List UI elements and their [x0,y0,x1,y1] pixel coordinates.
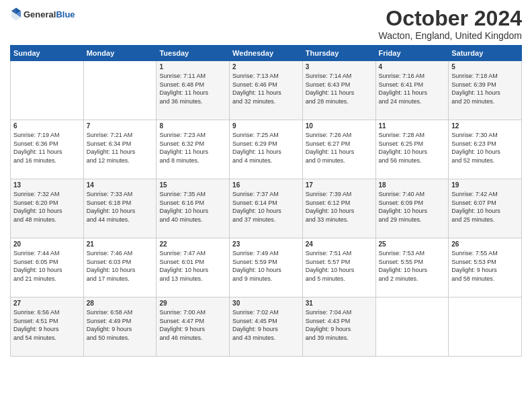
week-row-2: 6Sunrise: 7:19 AM Sunset: 6:36 PM Daylig… [11,120,522,179]
day-number: 21 [87,240,154,248]
day-content: Sunrise: 7:42 AM Sunset: 6:07 PM Dayligh… [451,190,519,224]
day-number: 29 [159,300,226,307]
day-content: Sunrise: 7:23 AM Sunset: 6:32 PM Dayligh… [159,131,226,165]
day-content: Sunrise: 7:40 AM Sunset: 6:09 PM Dayligh… [379,190,446,224]
calendar-cell: 10Sunrise: 7:26 AM Sunset: 6:27 PM Dayli… [302,120,375,179]
weekday-header-friday: Friday [375,46,449,61]
day-content: Sunrise: 7:51 AM Sunset: 5:57 PM Dayligh… [306,249,373,283]
day-number: 15 [159,181,226,189]
day-content: Sunrise: 7:49 AM Sunset: 5:59 PM Dayligh… [232,249,300,283]
day-number: 11 [379,122,446,130]
calendar-table: SundayMondayTuesdayWednesdayThursdayFrid… [10,45,522,357]
day-number: 25 [379,240,446,248]
calendar-cell: 28Sunrise: 6:58 AM Sunset: 4:49 PM Dayli… [83,298,157,357]
calendar-cell: 16Sunrise: 7:37 AM Sunset: 6:14 PM Dayli… [230,179,303,238]
day-content: Sunrise: 7:53 AM Sunset: 5:55 PM Dayligh… [379,249,446,283]
day-number: 4 [379,63,446,71]
week-row-4: 20Sunrise: 7:44 AM Sunset: 6:05 PM Dayli… [11,238,522,298]
day-number: 31 [306,300,373,307]
calendar-cell: 8Sunrise: 7:23 AM Sunset: 6:32 PM Daylig… [157,120,230,179]
day-content: Sunrise: 7:35 AM Sunset: 6:16 PM Dayligh… [159,190,226,224]
calendar-page: GeneralBlue October 2024 Wacton, England… [0,0,532,411]
month-title: October 2024 [379,7,523,30]
day-number: 30 [232,300,300,307]
logo-icon [10,7,22,21]
day-number: 22 [159,240,226,248]
calendar-cell: 27Sunrise: 6:56 AM Sunset: 4:51 PM Dayli… [11,298,84,357]
weekday-header-saturday: Saturday [449,46,522,61]
day-number: 17 [306,181,373,189]
calendar-cell: 9Sunrise: 7:25 AM Sunset: 6:29 PM Daylig… [230,120,303,179]
day-content: Sunrise: 7:16 AM Sunset: 6:41 PM Dayligh… [379,72,446,105]
header: GeneralBlue October 2024 Wacton, England… [10,7,522,41]
calendar-cell: 11Sunrise: 7:28 AM Sunset: 6:25 PM Dayli… [375,120,449,179]
week-row-3: 13Sunrise: 7:32 AM Sunset: 6:20 PM Dayli… [11,179,522,238]
calendar-cell [11,61,84,120]
calendar-cell: 6Sunrise: 7:19 AM Sunset: 6:36 PM Daylig… [11,120,84,179]
day-number: 2 [232,63,300,71]
week-row-5: 27Sunrise: 6:56 AM Sunset: 4:51 PM Dayli… [11,298,522,357]
day-number: 6 [13,122,81,130]
day-number: 13 [13,181,81,189]
weekday-header-wednesday: Wednesday [230,46,303,61]
calendar-cell: 14Sunrise: 7:33 AM Sunset: 6:18 PM Dayli… [83,179,157,238]
day-content: Sunrise: 7:04 AM Sunset: 4:43 PM Dayligh… [306,308,373,342]
day-content: Sunrise: 7:33 AM Sunset: 6:18 PM Dayligh… [87,190,154,224]
calendar-cell: 29Sunrise: 7:00 AM Sunset: 4:47 PM Dayli… [157,298,230,357]
calendar-cell: 20Sunrise: 7:44 AM Sunset: 6:05 PM Dayli… [11,238,84,298]
day-content: Sunrise: 6:56 AM Sunset: 4:51 PM Dayligh… [13,308,81,342]
calendar-cell: 19Sunrise: 7:42 AM Sunset: 6:07 PM Dayli… [449,179,522,238]
weekday-header-tuesday: Tuesday [157,46,230,61]
calendar-cell: 18Sunrise: 7:40 AM Sunset: 6:09 PM Dayli… [375,179,449,238]
day-number: 28 [87,300,154,307]
weekday-header-sunday: Sunday [11,46,84,61]
calendar-cell: 13Sunrise: 7:32 AM Sunset: 6:20 PM Dayli… [11,179,84,238]
day-content: Sunrise: 7:39 AM Sunset: 6:12 PM Dayligh… [306,190,373,224]
weekday-header-thursday: Thursday [302,46,375,61]
day-content: Sunrise: 7:13 AM Sunset: 6:46 PM Dayligh… [232,72,300,105]
day-number: 18 [379,181,446,189]
day-content: Sunrise: 7:30 AM Sunset: 6:23 PM Dayligh… [451,131,519,165]
day-number: 12 [451,122,519,130]
calendar-cell: 17Sunrise: 7:39 AM Sunset: 6:12 PM Dayli… [302,179,375,238]
calendar-cell: 23Sunrise: 7:49 AM Sunset: 5:59 PM Dayli… [230,238,303,298]
calendar-cell: 7Sunrise: 7:21 AM Sunset: 6:34 PM Daylig… [83,120,157,179]
day-content: Sunrise: 7:32 AM Sunset: 6:20 PM Dayligh… [13,190,81,224]
day-number: 9 [232,122,300,130]
day-content: Sunrise: 7:21 AM Sunset: 6:34 PM Dayligh… [87,131,154,165]
calendar-cell: 15Sunrise: 7:35 AM Sunset: 6:16 PM Dayli… [157,179,230,238]
calendar-cell: 4Sunrise: 7:16 AM Sunset: 6:41 PM Daylig… [375,61,449,120]
day-content: Sunrise: 7:19 AM Sunset: 6:36 PM Dayligh… [13,131,81,165]
logo-text: GeneralBlue [24,9,75,19]
day-number: 14 [87,181,154,189]
calendar-cell: 26Sunrise: 7:55 AM Sunset: 5:53 PM Dayli… [449,238,522,298]
logo: GeneralBlue [10,7,75,21]
day-content: Sunrise: 7:37 AM Sunset: 6:14 PM Dayligh… [232,190,300,224]
title-block: October 2024 Wacton, England, United Kin… [379,7,523,41]
day-content: Sunrise: 7:46 AM Sunset: 6:03 PM Dayligh… [87,249,154,283]
day-content: Sunrise: 7:11 AM Sunset: 6:48 PM Dayligh… [159,72,226,105]
day-content: Sunrise: 7:00 AM Sunset: 4:47 PM Dayligh… [159,308,226,342]
location: Wacton, England, United Kingdom [379,30,523,41]
calendar-cell: 12Sunrise: 7:30 AM Sunset: 6:23 PM Dayli… [449,120,522,179]
day-content: Sunrise: 7:44 AM Sunset: 6:05 PM Dayligh… [13,249,81,283]
day-number: 27 [13,300,81,307]
day-number: 5 [451,63,519,71]
day-number: 20 [13,240,81,248]
day-number: 7 [87,122,154,130]
day-number: 23 [232,240,300,248]
weekday-header-monday: Monday [83,46,157,61]
calendar-cell: 3Sunrise: 7:14 AM Sunset: 6:43 PM Daylig… [302,61,375,120]
calendar-cell: 5Sunrise: 7:18 AM Sunset: 6:39 PM Daylig… [449,61,522,120]
day-content: Sunrise: 7:25 AM Sunset: 6:29 PM Dayligh… [232,131,300,165]
calendar-cell: 21Sunrise: 7:46 AM Sunset: 6:03 PM Dayli… [83,238,157,298]
day-number: 3 [306,63,373,71]
calendar-cell: 1Sunrise: 7:11 AM Sunset: 6:48 PM Daylig… [157,61,230,120]
calendar-cell: 2Sunrise: 7:13 AM Sunset: 6:46 PM Daylig… [230,61,303,120]
calendar-cell: 25Sunrise: 7:53 AM Sunset: 5:55 PM Dayli… [375,238,449,298]
calendar-cell: 31Sunrise: 7:04 AM Sunset: 4:43 PM Dayli… [302,298,375,357]
day-content: Sunrise: 7:47 AM Sunset: 6:01 PM Dayligh… [159,249,226,283]
day-content: Sunrise: 7:55 AM Sunset: 5:53 PM Dayligh… [451,249,519,283]
weekday-header-row: SundayMondayTuesdayWednesdayThursdayFrid… [11,46,522,61]
day-number: 1 [159,63,226,71]
